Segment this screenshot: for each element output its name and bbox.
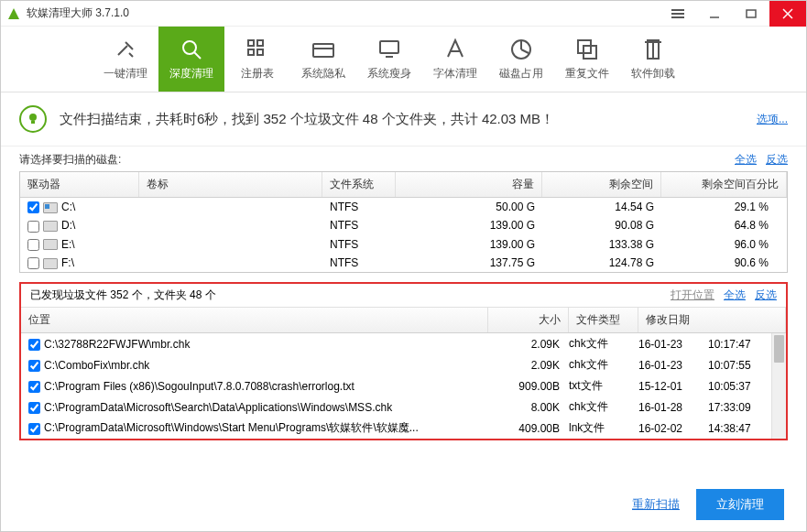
tab-dup[interactable]: 重复文件	[554, 27, 620, 92]
drive-checkbox[interactable]	[27, 221, 39, 233]
drive-icon	[43, 258, 58, 269]
svg-rect-18	[31, 121, 35, 124]
tab-label: 注册表	[241, 66, 274, 81]
file-size: 909.00B	[488, 380, 569, 393]
drive-pct: 29.1 %	[661, 201, 780, 213]
one-click-icon	[113, 37, 138, 62]
drive-checkbox[interactable]	[27, 257, 39, 269]
results-select-all[interactable]: 全选	[724, 288, 746, 303]
col-fs[interactable]: 文件系统	[322, 172, 396, 197]
col-type[interactable]: 文件类型	[569, 308, 638, 332]
drive-icon	[43, 221, 58, 232]
file-row[interactable]: C:\ProgramData\Microsoft\Windows\Start M…	[21, 418, 786, 439]
drive-fs: NTFS	[322, 238, 396, 251]
clean-button[interactable]: 立刻清理	[696, 489, 784, 520]
svg-point-17	[29, 114, 37, 121]
tab-disk[interactable]: 磁盘占用	[488, 27, 554, 92]
file-path: C:\Program Files (x86)\SogouInput\7.8.0.…	[44, 380, 354, 393]
svg-rect-8	[248, 49, 254, 55]
drives-invert[interactable]: 反选	[766, 152, 788, 168]
deep-clean-icon	[179, 37, 204, 62]
file-date: 16-01-23	[638, 359, 708, 372]
results-summary: 已发现垃圾文件 352 个，文件夹 48 个	[30, 288, 216, 303]
rescan-button[interactable]: 重新扫描	[632, 496, 680, 513]
close-button[interactable]	[769, 1, 806, 27]
slim-icon	[376, 37, 402, 62]
drive-capacity: 50.00 G	[396, 201, 542, 213]
drive-fs: NTFS	[322, 219, 396, 232]
drive-name: D:\	[61, 219, 75, 232]
drive-row[interactable]: C:\NTFS50.00 G14.54 G29.1 %	[20, 198, 787, 216]
file-type: chk文件	[569, 357, 638, 373]
col-free[interactable]: 剩余空间	[542, 172, 661, 197]
drive-capacity: 139.00 G	[396, 238, 542, 251]
file-path: C:\ComboFix\mbr.chk	[44, 359, 149, 372]
tab-uninstall[interactable]: 软件卸载	[620, 27, 686, 92]
font-icon	[442, 37, 468, 62]
file-checkbox[interactable]	[28, 423, 40, 435]
options-link[interactable]: 选项...	[757, 112, 788, 127]
file-checkbox[interactable]	[28, 402, 40, 414]
drive-fs: NTFS	[322, 256, 396, 269]
file-row[interactable]: C:\ComboFix\mbr.chk2.09Kchk文件16-01-2310:…	[21, 354, 786, 375]
tab-font[interactable]: 字体清理	[422, 27, 488, 92]
col-date[interactable]: 修改日期	[638, 308, 786, 332]
file-row[interactable]: C:\Program Files (x86)\SogouInput\7.8.0.…	[21, 375, 786, 396]
drive-free: 90.08 G	[542, 219, 661, 232]
bottom-actions: 重新扫描 立刻清理	[632, 489, 784, 520]
maximize-button[interactable]	[733, 1, 769, 27]
file-row[interactable]: C:\ProgramData\Microsoft\Search\Data\App…	[21, 396, 786, 418]
file-checkbox[interactable]	[28, 381, 40, 393]
main-toolbar: 一键清理深度清理注册表系统隐私系统瘦身字体清理磁盘占用重复文件软件卸载	[1, 27, 806, 92]
tab-registry[interactable]: 注册表	[224, 27, 290, 92]
file-size: 8.00K	[488, 401, 569, 414]
col-capacity[interactable]: 容量	[396, 172, 542, 197]
file-time: 14:38:47	[708, 422, 778, 435]
dup-icon	[574, 37, 600, 62]
drives-select-all[interactable]: 全选	[735, 152, 757, 168]
file-size: 2.09K	[488, 338, 569, 351]
tab-privacy[interactable]: 系统隐私	[290, 27, 356, 92]
open-location-link[interactable]: 打开位置	[671, 288, 714, 303]
file-row[interactable]: C:\32788R22FWJFW\mbr.chk2.09Kchk文件16-01-…	[21, 333, 786, 354]
file-type: chk文件	[569, 336, 638, 352]
drive-checkbox[interactable]	[27, 201, 39, 213]
drive-fs: NTFS	[322, 201, 396, 213]
col-free-pct[interactable]: 剩余空间百分比	[661, 172, 787, 197]
file-checkbox[interactable]	[28, 339, 40, 351]
tab-label: 磁盘占用	[499, 66, 543, 81]
tab-label: 深度清理	[169, 66, 213, 81]
drive-capacity: 139.00 G	[396, 219, 542, 232]
drive-checkbox[interactable]	[27, 239, 39, 251]
results-box: 已发现垃圾文件 352 个，文件夹 48 个 打开位置 全选 反选 位置 大小 …	[19, 282, 788, 440]
scrollbar-thumb[interactable]	[774, 335, 784, 363]
tab-deep-clean[interactable]: 深度清理	[158, 27, 224, 92]
tab-label: 系统隐私	[301, 66, 345, 81]
file-checkbox[interactable]	[28, 360, 40, 372]
minimize-button[interactable]	[696, 1, 733, 27]
drives-label-row: 请选择要扫描的磁盘: 全选 反选	[1, 147, 806, 171]
col-drive[interactable]: 驱动器	[20, 172, 139, 197]
menu-button[interactable]	[660, 1, 696, 27]
svg-rect-6	[248, 40, 254, 46]
file-time: 10:17:47	[708, 338, 778, 351]
col-volume[interactable]: 卷标	[139, 172, 322, 197]
disk-icon	[508, 37, 534, 62]
tab-label: 系统瘦身	[367, 66, 411, 81]
drive-row[interactable]: F:\NTFS137.75 G124.78 G90.6 %	[20, 254, 787, 272]
drive-row[interactable]: D:\NTFS139.00 G90.08 G64.8 %	[20, 216, 787, 234]
file-path: C:\32788R22FWJFW\mbr.chk	[44, 338, 190, 351]
results-invert[interactable]: 反选	[755, 288, 777, 303]
drive-row[interactable]: E:\NTFS139.00 G133.38 G96.0 %	[20, 235, 787, 254]
file-size: 2.09K	[488, 359, 569, 372]
tab-slim[interactable]: 系统瘦身	[356, 27, 422, 92]
title-bar: 软媒清理大师 3.7.1.0	[1, 1, 806, 27]
drive-icon	[43, 202, 58, 213]
bulb-icon	[19, 105, 47, 133]
col-size[interactable]: 大小	[488, 308, 569, 332]
drive-pct: 64.8 %	[661, 219, 780, 232]
file-date: 16-01-23	[638, 338, 708, 351]
col-path[interactable]: 位置	[21, 308, 488, 332]
scrollbar[interactable]	[771, 333, 786, 439]
tab-one-click[interactable]: 一键清理	[93, 27, 158, 92]
